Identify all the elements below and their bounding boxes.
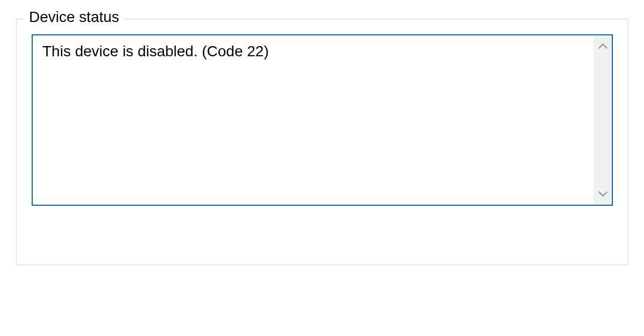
chevron-up-icon [598, 43, 608, 49]
scrollbar[interactable] [594, 35, 612, 205]
device-status-legend: Device status [25, 9, 123, 26]
device-status-group: Device status This device is disabled. (… [16, 19, 628, 265]
device-status-message: This device is disabled. (Code 22) [33, 35, 594, 205]
scroll-up-button[interactable] [594, 35, 612, 57]
device-status-textbox[interactable]: This device is disabled. (Code 22) [32, 34, 613, 206]
chevron-down-icon [598, 191, 608, 197]
scroll-down-button[interactable] [594, 183, 612, 205]
